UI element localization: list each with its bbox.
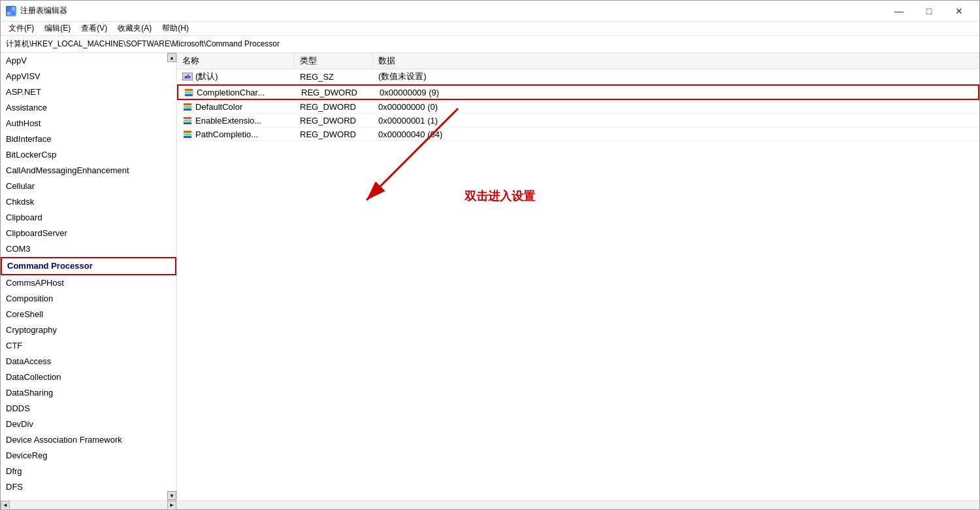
table-row[interactable]: DefaultColorREG_DWORD0x00000000 (0) <box>177 100 979 114</box>
name-text: EnableExtensio... <box>195 116 261 126</box>
dword-icon <box>182 129 193 139</box>
cell-name-3: EnableExtensio... <box>177 114 295 127</box>
sidebar-item-20[interactable]: DataCollection <box>1 369 176 385</box>
svg-rect-2 <box>7 12 10 15</box>
registry-editor-window: 注册表编辑器 — □ ✕ 文件(F)编辑(E)查看(V)收藏夹(A)帮助(H) … <box>0 0 980 510</box>
close-button[interactable]: ✕ <box>944 1 974 22</box>
scroll-track <box>10 501 167 509</box>
cell-data-0: (数值未设置) <box>373 69 979 84</box>
menu-item-e[interactable]: 编辑(E) <box>39 22 76 35</box>
svg-rect-1 <box>12 7 15 10</box>
sidebar-item-23[interactable]: DevDiv <box>1 416 176 432</box>
sidebar-item-14[interactable]: CommsAPHost <box>1 275 176 291</box>
minimize-button[interactable]: — <box>884 1 914 22</box>
cell-data-3: 0x00000001 (1) <box>373 114 979 127</box>
window-title: 注册表编辑器 <box>20 5 884 16</box>
bottom-scrollbar-row: ◄ ► <box>1 500 979 509</box>
window-controls: — □ ✕ <box>884 1 974 22</box>
dword-icon <box>184 87 194 97</box>
name-text: (默认) <box>195 71 218 82</box>
cell-type-2: REG_DWORD <box>295 101 373 113</box>
content-scrollbar <box>177 500 979 509</box>
sidebar-item-0[interactable]: AppV <box>1 53 176 69</box>
cell-type-3: REG_DWORD <box>295 114 373 127</box>
name-text: CompletionChar... <box>197 88 265 97</box>
app-icon <box>6 6 16 16</box>
scroll-left-arrow[interactable]: ◄ <box>1 501 10 510</box>
cell-type-1: REG_DWORD <box>296 86 374 99</box>
sidebar-item-5[interactable]: BidInterface <box>1 131 176 147</box>
sidebar-item-12[interactable]: COM3 <box>1 241 176 257</box>
cell-type-4: REG_DWORD <box>295 128 373 141</box>
sidebar-scrollbar[interactable]: ◄ ► <box>1 500 177 509</box>
header-cell-0: 名称 <box>177 53 295 69</box>
sidebar-item-24[interactable]: Device Association Framework <box>1 432 176 448</box>
cell-name-4: PathCompletio... <box>177 128 295 141</box>
maximize-button[interactable]: □ <box>914 1 944 22</box>
svg-text:双击进入设置: 双击进入设置 <box>464 190 536 203</box>
sidebar-item-21[interactable]: DataSharing <box>1 385 176 401</box>
sidebar-item-10[interactable]: Clipboard <box>1 210 176 226</box>
scroll-right-arrow[interactable]: ► <box>167 501 176 510</box>
menu-item-f[interactable]: 文件(F) <box>3 22 39 35</box>
table-body[interactable]: ab(默认)REG_SZ(数值未设置)CompletionChar...REG_… <box>177 69 979 500</box>
sidebar-item-13[interactable]: Command Processor <box>1 257 176 275</box>
sidebar-item-9[interactable]: Chkdsk <box>1 194 176 210</box>
title-bar: 注册表编辑器 — □ ✕ <box>1 1 979 22</box>
table-row[interactable]: EnableExtensio...REG_DWORD0x00000001 (1) <box>177 114 979 128</box>
main-area: ▲ AppVAppVISVASP.NETAssistanceAuthHostBi… <box>1 53 979 500</box>
table-row[interactable]: ab(默认)REG_SZ(数值未设置) <box>177 69 979 84</box>
dword-icon <box>182 115 193 126</box>
cell-name-2: DefaultColor <box>177 100 295 113</box>
ab-icon: ab <box>182 71 193 82</box>
svg-rect-0 <box>7 7 10 10</box>
sidebar-item-2[interactable]: ASP.NET <box>1 84 176 100</box>
sidebar-item-16[interactable]: CoreShell <box>1 307 176 322</box>
menu-bar: 文件(F)编辑(E)查看(V)收藏夹(A)帮助(H) <box>1 22 979 36</box>
header-cell-2: 数据 <box>373 53 979 69</box>
table-header: 名称类型数据 <box>177 53 979 69</box>
cell-name-1: CompletionChar... <box>178 86 296 99</box>
cell-name-0: ab(默认) <box>177 69 295 84</box>
table-row[interactable]: CompletionChar...REG_DWORD0x00000009 (9) <box>177 84 979 100</box>
dword-icon <box>182 101 193 112</box>
sidebar-item-3[interactable]: Assistance <box>1 100 176 116</box>
sidebar-item-25[interactable]: DeviceReg <box>1 448 176 464</box>
menu-item-v[interactable]: 查看(V) <box>76 22 112 35</box>
registry-table: 名称类型数据ab(默认)REG_SZ(数值未设置)CompletionChar.… <box>177 53 979 500</box>
sidebar-item-17[interactable]: Cryptography <box>1 322 176 338</box>
scroll-up-arrow[interactable]: ▲ <box>167 53 176 62</box>
menu-item-a[interactable]: 收藏夹(A) <box>112 22 157 35</box>
sidebar-item-6[interactable]: BitLockerCsp <box>1 147 176 163</box>
table-row[interactable]: PathCompletio...REG_DWORD0x00000040 (64) <box>177 128 979 141</box>
sidebar-item-8[interactable]: Cellular <box>1 178 176 194</box>
cell-data-1: 0x00000009 (9) <box>374 86 978 99</box>
svg-rect-3 <box>12 12 15 15</box>
cell-data-2: 0x00000000 (0) <box>373 101 979 113</box>
sidebar-item-1[interactable]: AppVISV <box>1 69 176 84</box>
header-cell-1: 类型 <box>295 53 373 69</box>
name-text: PathCompletio... <box>195 129 258 139</box>
sidebar-item-26[interactable]: Dfrg <box>1 464 176 479</box>
address-text: 计算机\HKEY_LOCAL_MACHINE\SOFTWARE\Microsof… <box>6 39 280 50</box>
content-area: 名称类型数据ab(默认)REG_SZ(数值未设置)CompletionChar.… <box>177 53 979 500</box>
sidebar-item-22[interactable]: DDDS <box>1 401 176 416</box>
sidebar-item-15[interactable]: Composition <box>1 291 176 307</box>
scroll-down-arrow[interactable]: ▼ <box>167 491 176 500</box>
sidebar-item-11[interactable]: ClipboardServer <box>1 226 176 241</box>
sidebar-item-19[interactable]: DataAccess <box>1 354 176 369</box>
cell-type-0: REG_SZ <box>295 71 373 83</box>
menu-item-h[interactable]: 帮助(H) <box>157 22 194 35</box>
name-text: DefaultColor <box>195 102 242 112</box>
sidebar-item-18[interactable]: CTF <box>1 338 176 354</box>
address-bar: 计算机\HKEY_LOCAL_MACHINE\SOFTWARE\Microsof… <box>1 36 979 53</box>
cell-data-4: 0x00000040 (64) <box>373 128 979 141</box>
sidebar-item-4[interactable]: AuthHost <box>1 116 176 131</box>
sidebar-item-7[interactable]: CallAndMessagingEnhancement <box>1 163 176 178</box>
sidebar[interactable]: ▲ AppVAppVISVASP.NETAssistanceAuthHostBi… <box>1 53 177 500</box>
